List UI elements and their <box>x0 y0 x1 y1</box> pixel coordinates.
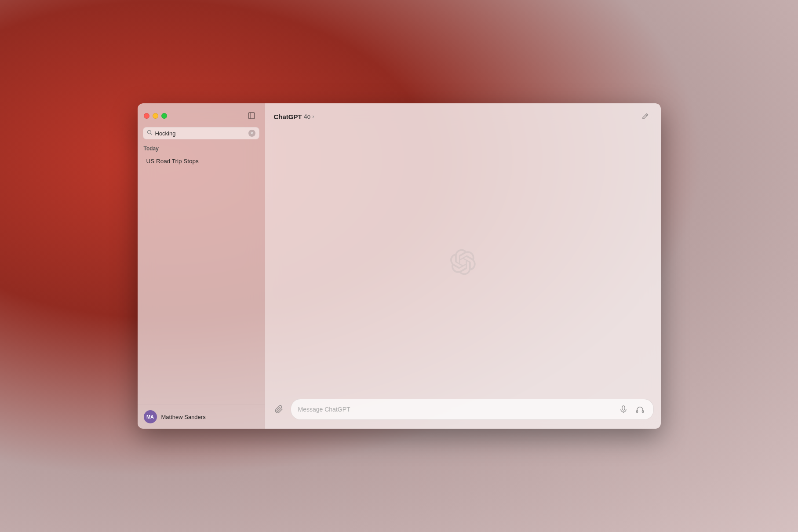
chat-input-area <box>265 394 661 429</box>
compose-button[interactable] <box>638 109 652 124</box>
minimize-button[interactable] <box>153 113 158 119</box>
search-icon <box>147 130 153 137</box>
close-button[interactable] <box>144 113 149 119</box>
traffic-lights <box>144 113 167 119</box>
section-today-label: Today <box>138 144 265 154</box>
message-input[interactable] <box>298 406 613 413</box>
sidebar-header <box>138 103 265 125</box>
sidebar-toggle-button[interactable] <box>244 110 259 121</box>
main-header: ChatGPT 4o › <box>265 103 661 130</box>
search-container: ✕ <box>138 125 265 144</box>
app-name: ChatGPT <box>274 113 302 120</box>
sidebar: ✕ Today US Road Trip Stops MA Matthew Sa… <box>138 103 265 429</box>
maximize-button[interactable] <box>161 113 167 119</box>
openai-logo <box>450 249 476 275</box>
search-bar: ✕ <box>143 127 259 139</box>
svg-rect-0 <box>248 113 255 119</box>
app-window: ✕ Today US Road Trip Stops MA Matthew Sa… <box>138 103 661 429</box>
chat-area <box>265 130 661 394</box>
attach-button[interactable] <box>272 402 286 416</box>
message-input-wrapper <box>291 399 654 420</box>
avatar-initials: MA <box>146 414 154 419</box>
main-content: ChatGPT 4o › <box>265 103 661 429</box>
search-clear-button[interactable]: ✕ <box>248 130 255 137</box>
svg-line-3 <box>150 134 152 135</box>
user-name: Matthew Sanders <box>161 414 206 420</box>
avatar[interactable]: MA <box>144 410 157 423</box>
search-input[interactable] <box>155 130 246 137</box>
headphones-button[interactable] <box>634 403 646 415</box>
window-chrome: ✕ Today US Road Trip Stops MA Matthew Sa… <box>138 103 661 429</box>
svg-rect-5 <box>622 406 625 410</box>
sidebar-footer: MA Matthew Sanders <box>138 404 265 429</box>
conversation-item[interactable]: US Road Trip Stops <box>140 154 262 168</box>
conversation-title: US Road Trip Stops <box>146 158 199 164</box>
model-chevron-icon[interactable]: › <box>312 113 314 120</box>
voice-button[interactable] <box>617 403 630 415</box>
model-title: ChatGPT 4o › <box>274 113 314 120</box>
model-version: 4o <box>304 113 311 120</box>
svg-line-4 <box>646 115 647 116</box>
